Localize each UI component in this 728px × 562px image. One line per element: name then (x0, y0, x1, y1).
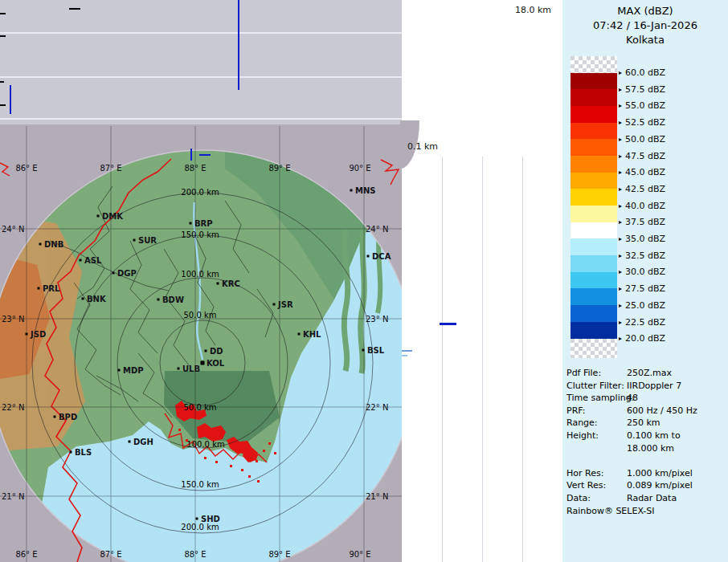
city-dot (205, 350, 207, 352)
echo-column-indicator (10, 85, 11, 114)
tick-arrow-icon: ▸ (619, 252, 622, 259)
info-value: 600 Hz / 450 Hz (627, 405, 726, 417)
city-label: BLS (75, 448, 92, 457)
scale-swatch (571, 106, 617, 123)
city-dot (196, 518, 198, 520)
info-key: Pdf File: (566, 367, 627, 380)
product-header: MAX (dBZ) 07:42 / 16-Jan-2026 Kolkata (562, 4, 728, 47)
right-cross-section-panel (402, 124, 562, 562)
axis-tick (69, 8, 80, 10)
tick-arrow-icon: ▸ (619, 285, 622, 292)
info-row: Clutter Filter:IIRDoppler 7 (566, 380, 726, 393)
city-label: SHD (201, 515, 220, 523)
city-dot (97, 215, 100, 218)
range-ring-label: 150.0 km (181, 230, 219, 239)
longitude-label: 89° E (268, 550, 290, 559)
scale-label-text: 40.0 dBZ (625, 201, 665, 211)
info-key: Height: (566, 430, 627, 442)
echo-height-indicator (402, 355, 407, 356)
info-key: Hor Res: (566, 467, 627, 480)
longitude-label: 90° E (349, 164, 370, 173)
city-dot (157, 299, 160, 301)
info-value: 48 (627, 392, 726, 405)
city-dot (129, 441, 131, 443)
city-label: SUR (138, 236, 157, 245)
info-value: 1.000 km/pixel (627, 467, 726, 480)
longitude-label: 86° E (15, 164, 37, 173)
info-row: Hor Res:1.000 km/pixel (566, 467, 726, 480)
product-title: MAX (dBZ) (562, 4, 728, 18)
scale-label-text: 50.0 dBZ (625, 134, 665, 145)
city-dot (367, 255, 370, 258)
city-label: BNK (87, 295, 107, 303)
city-dot (38, 287, 40, 290)
info-value: IIRDoppler 7 (627, 380, 726, 393)
tick-arrow-icon: ▸ (619, 218, 622, 226)
info-key: Vert Res: (566, 479, 627, 492)
tick-arrow-icon: ▸ (619, 169, 622, 176)
city-dot (362, 349, 365, 352)
city-dot (118, 369, 121, 372)
latitude-label: 21° N (2, 492, 24, 501)
info-row (566, 454, 726, 467)
echo-column-indicator (238, 0, 239, 90)
city-dot (350, 189, 353, 192)
scale-swatch (571, 206, 617, 222)
city-label: BPD (59, 413, 77, 422)
latitude-label: 24° N (2, 225, 24, 234)
city-dot (54, 416, 56, 418)
info-row: Height:0.100 km to (566, 430, 726, 442)
scale-swatch (571, 73, 617, 90)
info-rows: Pdf File:250Z.maxClutter Filter:IIRDoppl… (566, 367, 726, 505)
scale-label: ▸57.5 dBZ (619, 83, 665, 95)
info-value: 250 km (627, 417, 726, 430)
city-label: BRP (194, 219, 213, 228)
range-ring-label: 100.0 km (181, 270, 219, 279)
axis-tick (0, 81, 4, 83)
city-label: DCA (372, 252, 391, 261)
scale-swatch (571, 189, 617, 206)
tick-arrow-icon: ▸ (619, 136, 622, 143)
scale-label: ▸40.0 dBZ (619, 200, 665, 211)
scale-label-text: 52.5 dBZ (625, 117, 665, 128)
height-gridline (442, 157, 443, 562)
scale-label-text: 30.0 dBZ (625, 267, 665, 277)
range-ring-label: 200.0 km (181, 523, 219, 531)
longitude-label: 87° E (100, 550, 121, 559)
city-dot (178, 368, 180, 370)
city-label: BDW (162, 295, 184, 304)
longitude-label: 88° E (184, 550, 206, 559)
scale-label-text: 45.0 dBZ (625, 167, 665, 177)
scale-label-text: 60.0 dBZ (625, 67, 665, 78)
city-label: KOL (207, 359, 225, 368)
radar-map-panel: 86° E86° E87° E87° E88° E88° E89° E89° E… (0, 124, 402, 562)
city-dot (112, 272, 115, 275)
tick-arrow-icon: ▸ (619, 235, 622, 242)
tick-arrow-icon: ▸ (619, 202, 622, 210)
tick-arrow-icon: ▸ (619, 86, 622, 93)
scale-transparent-swatch (571, 56, 617, 73)
info-row: Time sampling:48 (566, 392, 726, 405)
scale-label: ▸50.0 dBZ (619, 133, 665, 145)
info-key: PRF: (566, 405, 627, 417)
city-dot (26, 333, 28, 336)
info-key: Data: (566, 492, 627, 505)
city-label: PRL (43, 284, 60, 293)
scale-label-text: 47.5 dBZ (625, 151, 665, 161)
city-dot (82, 298, 84, 300)
scale-label: ▸20.0 dBZ (619, 333, 665, 344)
info-row: PRF:600 Hz / 450 Hz (566, 405, 726, 417)
latitude-label: 23° N (366, 315, 388, 324)
info-row: 18.000 km (566, 442, 726, 455)
city-label: DNB (44, 240, 63, 249)
tick-arrow-icon: ▸ (619, 302, 622, 309)
info-value: 0.100 km to (627, 430, 726, 442)
tick-arrow-icon: ▸ (619, 69, 622, 76)
scale-swatch (571, 222, 617, 239)
height-gridline (522, 157, 523, 562)
info-key: Time sampling: (566, 392, 627, 405)
latitude-label: 22° N (2, 403, 24, 412)
min-height-label: 0.1 km (407, 141, 438, 152)
city-dot (298, 333, 301, 336)
height-gridline (0, 32, 402, 34)
